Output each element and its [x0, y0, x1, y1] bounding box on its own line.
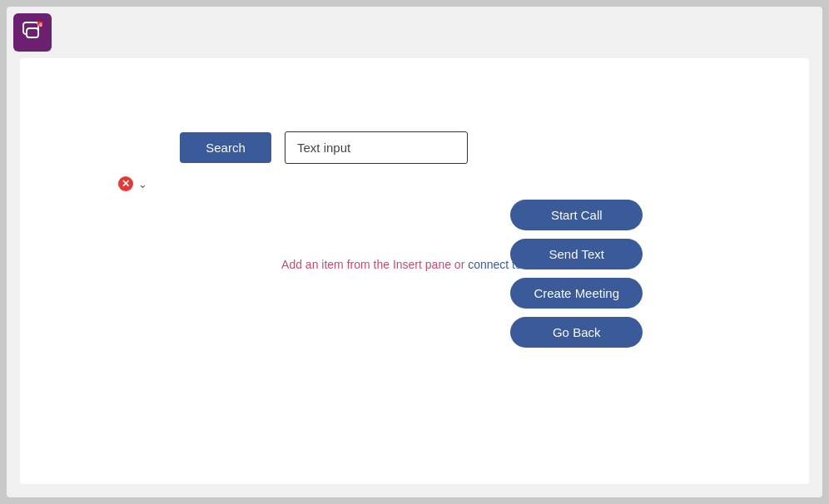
empty-message-text-start: Add an item from the Insert pane	[281, 258, 454, 271]
empty-message-or: or	[454, 258, 464, 271]
error-icon: ✕	[118, 176, 133, 191]
main-content: Search ✕ ⌄ Add an item from the Insert p…	[20, 58, 809, 484]
send-text-button[interactable]: Send Text	[510, 239, 643, 269]
start-call-button[interactable]: Start Call	[510, 200, 643, 230]
outer-frame: 0 Search ✕ ⌄ Add an item from the Insert…	[7, 7, 822, 497]
svg-rect-1	[27, 28, 38, 37]
chevron-down-icon[interactable]: ⌄	[138, 178, 147, 190]
topbar-icon-container[interactable]: 0	[13, 13, 52, 52]
empty-state-message: Add an item from the Insert pane or conn…	[281, 258, 548, 271]
chat-icon: 0	[22, 22, 42, 44]
go-back-button[interactable]: Go Back	[510, 317, 643, 348]
error-row: ✕ ⌄	[118, 176, 147, 191]
action-buttons: Start Call Send Text Create Meeting Go B…	[510, 200, 643, 348]
search-row: Search	[180, 131, 468, 164]
search-button[interactable]: Search	[180, 132, 271, 163]
create-meeting-button[interactable]: Create Meeting	[510, 278, 643, 309]
text-input-field[interactable]	[285, 131, 468, 164]
svg-text:0: 0	[39, 22, 42, 27]
